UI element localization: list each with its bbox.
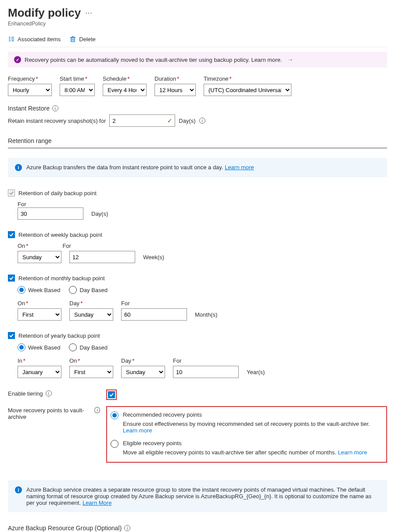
info-circle-icon: i (15, 164, 22, 171)
eligible-desc: Move all eligible recovery points to vau… (123, 449, 338, 456)
schedule-select[interactable]: Every 4 Hours (103, 84, 147, 96)
daily-label: Retention of daily backup point (18, 190, 97, 196)
yearly-label: Retention of yearly backup point (18, 332, 100, 339)
info-icon[interactable]: i (124, 525, 130, 531)
retain-snapshot-input[interactable] (109, 114, 175, 127)
yearly-on-label: On (69, 357, 77, 364)
enable-tiering-checkbox[interactable] (108, 391, 115, 398)
frequency-select[interactable]: Hourly (8, 84, 52, 96)
vault-info-text: Azure Backup transfers the data from ins… (26, 164, 225, 171)
timezone-label: Timezone (204, 75, 229, 82)
monthly-day-based-radio[interactable]: Day Based (69, 286, 108, 294)
yearly-for-label: For (173, 357, 182, 364)
info-icon[interactable]: i (94, 407, 100, 413)
monthly-day-select[interactable]: Sunday (69, 308, 113, 321)
weekly-label: Retention of weekly backup point (18, 232, 102, 238)
info-icon[interactable]: i (199, 118, 205, 124)
timezone-select[interactable]: (UTC) Coordinated Universal Time (204, 84, 291, 96)
move-recovery-label: Move recovery points to vault-archive (8, 407, 92, 420)
tiering-options-box: Recommended recovery points Ensure cost … (106, 406, 387, 463)
info-icon[interactable]: i (52, 105, 58, 111)
page-title: Modify policy (8, 6, 81, 20)
check-circle-icon: ✓ (14, 56, 21, 63)
vault-info-link[interactable]: Learn more (225, 164, 254, 171)
eligible-learn-link[interactable]: Learn more (338, 449, 367, 456)
rg-info-banner: i Azure Backup service creates a separat… (8, 480, 387, 512)
associated-items-label: Associated items (18, 36, 61, 43)
schedule-label: Schedule (103, 75, 126, 82)
delete-button[interactable]: Delete (69, 36, 96, 43)
info-icon[interactable]: i (46, 390, 52, 396)
svg-rect-6 (71, 38, 75, 42)
weekly-for-input[interactable] (69, 251, 135, 263)
monthly-week-based-radio[interactable]: Week Based (18, 286, 60, 294)
yearly-week-based-radio[interactable]: Week Based (18, 343, 60, 351)
yearly-in-select[interactable]: January (18, 366, 61, 378)
recommended-radio[interactable] (111, 411, 118, 419)
eligible-radio[interactable] (111, 440, 118, 448)
rg-label: Azure Backup Resource Group (Optional) (8, 525, 122, 532)
more-icon[interactable]: ⋯ (85, 6, 92, 17)
monthly-unit: Month(s) (195, 311, 217, 318)
recommended-title: Recommended recovery points (123, 411, 382, 418)
yearly-day-select[interactable]: Sunday (121, 366, 165, 378)
daily-checkbox (8, 189, 15, 196)
retain-snapshot-label: Retain instant recovery snapshot(s) for (8, 118, 106, 124)
trash-icon (69, 36, 76, 43)
recommended-desc: Ensure cost effectiveness by moving reco… (123, 421, 370, 427)
arrow-right-icon[interactable]: → (287, 56, 294, 63)
weekly-checkbox[interactable] (8, 231, 15, 238)
rg-info-text: Azure Backup service creates a separate … (26, 486, 371, 506)
weekly-unit: Week(s) (143, 254, 164, 261)
associated-items-button[interactable]: Associated items (8, 36, 61, 43)
duration-label: Duration (154, 75, 176, 82)
start-time-select[interactable]: 8:00 AM (60, 84, 95, 96)
recommended-learn-link[interactable]: Learn more (123, 427, 152, 434)
weekly-on-label: On (18, 243, 25, 249)
list-icon (8, 36, 15, 43)
vault-info-banner: i Azure Backup transfers the data from i… (8, 158, 387, 177)
yearly-unit: Year(s) (247, 369, 265, 375)
instant-restore-heading: Instant Restore (8, 105, 50, 112)
retain-snapshot-unit: Day(s) (179, 118, 195, 124)
eligible-title: Eligible recovery points (123, 440, 382, 446)
yearly-day-based-radio[interactable]: Day Based (69, 343, 108, 351)
archive-banner-text: Recovery points can be automatically mov… (25, 57, 282, 63)
weekly-for-label: For (62, 243, 71, 249)
monthly-checkbox[interactable] (8, 275, 15, 282)
monthly-label: Retention of monthly backup point (18, 275, 105, 282)
monthly-on-label: On (18, 300, 25, 307)
archive-banner: ✓ Recovery points can be automatically m… (8, 52, 387, 68)
daily-for-input[interactable] (18, 207, 83, 220)
yearly-day-label: Day (121, 357, 131, 364)
enable-tiering-label: Enable tiering (8, 390, 43, 397)
info-circle-icon: i (15, 486, 22, 493)
weekly-on-select[interactable]: Sunday (18, 251, 61, 263)
start-time-label: Start time (60, 75, 84, 82)
yearly-in-label: In (18, 357, 22, 364)
retention-range-heading: Retention range (8, 137, 387, 144)
monthly-on-select[interactable]: First (18, 308, 61, 321)
yearly-for-input[interactable] (173, 366, 239, 378)
daily-unit: Day(s) (91, 211, 108, 217)
yearly-on-select[interactable]: First (69, 366, 113, 378)
rg-info-link[interactable]: Learn More (83, 500, 111, 506)
duration-select[interactable]: 12 Hours (154, 84, 196, 96)
page-subtitle: EnhancedPolicy (8, 21, 387, 27)
yearly-checkbox[interactable] (8, 332, 15, 339)
frequency-label: Frequency (8, 75, 35, 82)
delete-label: Delete (79, 36, 96, 43)
monthly-for-input[interactable] (121, 308, 187, 321)
daily-for-label: For (18, 201, 387, 207)
monthly-day-label: Day (69, 300, 79, 307)
monthly-for-label: For (121, 300, 130, 307)
